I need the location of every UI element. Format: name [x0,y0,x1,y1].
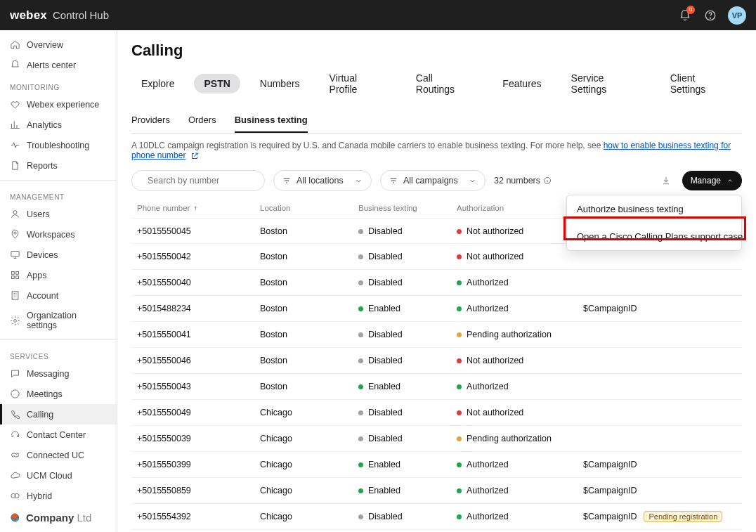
brand-logo-text: webex [10,8,47,22]
sidebar-item-label: Analytics [27,120,62,130]
sidebar-item-overview[interactable]: Overview [0,34,117,55]
tab-features[interactable]: Features [493,74,551,93]
search-input-wrap[interactable] [131,170,265,191]
cell-phone: +5015550049 [137,408,260,417]
sidebar-item-label: Calling [27,410,53,420]
sidebar-section-management: Management [0,185,117,204]
table-row[interactable]: +5015550043BostonEnabledAuthorized [131,374,742,400]
chart-icon [10,119,20,130]
table-row[interactable]: +5015550399ChicagoEnabledAuthorized$Camp… [131,452,742,478]
status-dot-icon [457,514,462,519]
tab-virtual-profile[interactable]: Virtual Profile [320,68,396,99]
sidebar-item-troubleshooting[interactable]: Troubleshooting [0,135,117,155]
tab-explore[interactable]: Explore [131,74,184,93]
info-icon[interactable] [543,176,552,185]
col-texting[interactable]: Business texting [358,204,457,212]
avatar[interactable]: VP [728,6,746,25]
tab-call-routings[interactable]: Call Routings [406,68,483,99]
tab-numbers[interactable]: Numbers [250,74,310,93]
sidebar-item-ucm-cloud[interactable]: UCM Cloud [0,465,117,486]
table-row[interactable]: +5015550046BostonDisabledNot authorized [131,348,742,374]
help-icon[interactable] [703,8,718,23]
toolbar: All locations All campaigns 32 numbers [131,170,742,191]
cell-texting: Enabled [358,460,457,469]
filter-icon [389,176,398,185]
manage-button[interactable]: Manage [682,171,742,190]
sidebar-item-label: Devices [27,250,58,260]
sidebar-item-label: Troubleshooting [27,141,89,150]
sidebar-item-label: Connected UC [27,450,84,460]
cell-auth: Authorized [457,512,583,521]
sidebar-item-devices[interactable]: Devices [0,245,117,265]
sidebar-item-webex-experience[interactable]: Webex experience [0,94,117,115]
tab-client-settings[interactable]: Client Settings [660,68,742,99]
filter-locations[interactable]: All locations [273,170,372,191]
chevron-down-icon [355,177,363,185]
cell-auth: Pending authorization [457,434,583,443]
status-dot-icon [358,229,363,234]
tab-pstn[interactable]: PSTN [194,74,240,93]
grid-icon [10,270,20,280]
dropdown-authorize[interactable]: Authorize business texting [567,195,741,223]
status-dot-icon [457,280,462,285]
svg-point-1 [710,18,711,18]
help-prefix: A 10DLC campaign registration is require… [131,141,604,150]
download-icon[interactable] [661,176,671,186]
col-phone[interactable]: Phone number [137,204,260,212]
cell-location: Boston [260,304,358,313]
sidebar-item-account[interactable]: Account [0,285,117,306]
heart-icon [10,99,20,110]
sidebar-item-label: Alerts center [27,60,76,70]
col-location[interactable]: Location [260,204,358,212]
table-row[interactable]: +5015550040BostonDisabledAuthorized [131,270,742,296]
subtab-orders[interactable]: Orders [188,115,216,133]
status-dot-icon [457,306,462,311]
sidebar-item-calling[interactable]: Calling [0,404,117,424]
sidebar-item-connected-uc[interactable]: Connected UC [0,445,117,465]
dropdown-open-case[interactable]: Open a Cisco Calling Plans support case [567,223,741,250]
table-body[interactable]: +5015550045BostonDisabledNot authorized+… [131,218,742,532]
table-row[interactable]: +5015488234BostonEnabledAuthorized$Campa… [131,296,742,322]
cell-auth: Not authorized [457,356,583,365]
sidebar-item-contact-center[interactable]: Contact Center [0,424,117,445]
sidebar-item-messaging[interactable]: Messaging [0,363,117,384]
sidebar-item-apps[interactable]: Apps [0,265,117,285]
sidebar-item-label: Messaging [27,369,69,379]
col-auth[interactable]: Authorization [457,204,583,212]
cell-campaign: $CampaignID [583,486,736,495]
headset-icon [10,429,20,440]
tab-service-settings[interactable]: Service Settings [561,68,651,99]
cell-phone: +5015550859 [137,486,260,495]
table-row[interactable]: +5015554392ChicagoDisabledAuthorized$Cam… [131,504,742,530]
sidebar-item-label: Hybrid [27,491,52,501]
page-title: Calling [131,41,742,60]
status-dot-icon [358,306,363,311]
sidebar-item-organization-settings[interactable]: Organization settings [0,306,117,335]
table-row[interactable]: +5015550049ChicagoDisabledNot authorized [131,400,742,426]
search-input[interactable] [146,175,259,186]
table-row[interactable]: +5015550859ChicagoEnabledAuthorized$Camp… [131,478,742,504]
subtab-business-texting[interactable]: Business texting [235,115,308,133]
cell-texting: Disabled [358,356,457,365]
cell-texting: Disabled [358,278,457,287]
filter-campaigns[interactable]: All campaigns [380,170,485,191]
sidebar-item-label: Reports [27,161,58,171]
sidebar-item-analytics[interactable]: Analytics [0,115,117,135]
cell-auth: Authorized [457,382,583,391]
notifications-icon[interactable]: 0 [677,8,693,23]
sidebar-item-workspaces[interactable]: Workspaces [0,224,117,245]
table-row[interactable]: +5015550041BostonDisabledPending authori… [131,322,742,348]
sidebar-item-reports[interactable]: Reports [0,155,117,176]
cell-texting: Disabled [358,434,457,443]
filter-locations-label: All locations [296,176,344,186]
sidebar-item-alerts[interactable]: Alerts center [0,55,117,75]
sidebar-item-label: Overview [27,40,63,50]
subtab-providers[interactable]: Providers [131,115,170,133]
help-text: A 10DLC campaign registration is require… [131,141,742,160]
sidebar-item-meetings[interactable]: Meetings [0,384,117,404]
cell-location: Boston [260,382,358,391]
table-row[interactable]: +5015550039ChicagoDisabledPending author… [131,426,742,452]
cell-texting: Disabled [358,512,457,521]
sidebar-item-users[interactable]: Users [0,204,117,224]
pending-registration-badge: Pending registration [644,511,722,522]
